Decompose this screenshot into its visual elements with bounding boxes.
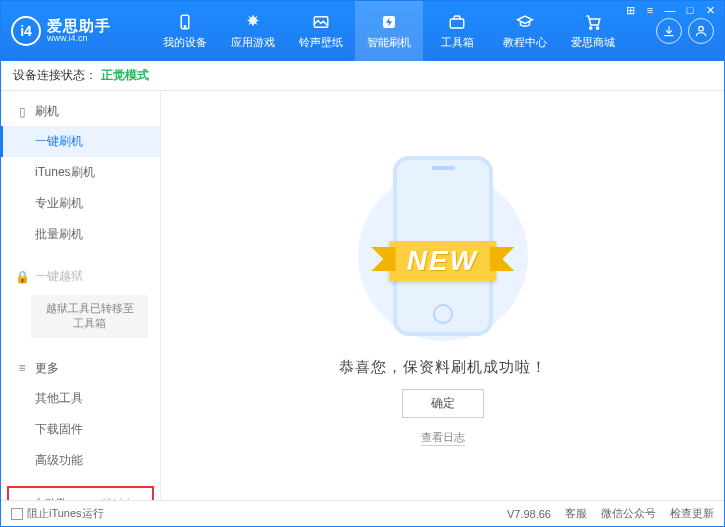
lock-icon: 🔒 — [15, 270, 29, 284]
user-button[interactable] — [688, 18, 714, 44]
image-icon — [311, 12, 331, 32]
success-message: 恭喜您，保资料刷机成功啦！ — [339, 358, 547, 377]
sidebar-item-batch-flash[interactable]: 批量刷机 — [1, 219, 160, 250]
footer: 阻止iTunes运行 V7.98.66 客服 微信公众号 检查更新 — [1, 500, 724, 526]
svg-point-7 — [699, 26, 704, 31]
svg-point-6 — [596, 27, 598, 29]
toolbox-icon — [447, 12, 467, 32]
status-label: 设备连接状态： — [13, 67, 97, 84]
jailbreak-moved-note: 越狱工具已转移至 工具箱 — [31, 295, 148, 338]
nav-apps-games[interactable]: 应用游戏 — [219, 1, 287, 61]
brand-url: www.i4.cn — [47, 34, 111, 44]
footer-link-support[interactable]: 客服 — [565, 506, 587, 521]
header: i4 爱思助手 www.i4.cn 我的设备 应用游戏 铃声壁纸 智能刷机 工具… — [1, 1, 724, 61]
logo-icon: i4 — [11, 16, 41, 46]
checkbox-block-itunes[interactable]: 阻止iTunes运行 — [11, 506, 104, 521]
sidebar-item-oneclick-flash[interactable]: 一键刷机 — [1, 126, 160, 157]
nav-my-device[interactable]: 我的设备 — [151, 1, 219, 61]
footer-link-wechat[interactable]: 微信公众号 — [601, 506, 656, 521]
nav-ringtones[interactable]: 铃声壁纸 — [287, 1, 355, 61]
flash-options: 自动激活 跳过向导 — [7, 486, 154, 500]
cart-icon — [583, 12, 603, 32]
svg-rect-4 — [450, 19, 464, 28]
brand-name: 爱思助手 — [47, 18, 111, 35]
pin-icon[interactable]: ⊞ — [623, 4, 637, 17]
sidebar-item-itunes-flash[interactable]: iTunes刷机 — [1, 157, 160, 188]
sidebar-item-advanced[interactable]: 高级功能 — [1, 445, 160, 476]
nav-store[interactable]: 爱思商城 — [559, 1, 627, 61]
sidebar: ▯刷机 一键刷机 iTunes刷机 专业刷机 批量刷机 🔒一键越狱 越狱工具已转… — [1, 91, 161, 500]
view-log-link[interactable]: 查看日志 — [421, 430, 465, 446]
download-button[interactable] — [656, 18, 682, 44]
logo: i4 爱思助手 www.i4.cn — [11, 16, 151, 46]
status-bar: 设备连接状态： 正觉模式 — [1, 61, 724, 91]
main-content: NEW 恭喜您，保资料刷机成功啦！ 确定 查看日志 — [161, 91, 724, 500]
version-label: V7.98.66 — [507, 508, 551, 520]
nav-tutorials[interactable]: 教程中心 — [491, 1, 559, 61]
footer-link-update[interactable]: 检查更新 — [670, 506, 714, 521]
device-icon — [175, 12, 195, 32]
sidebar-item-pro-flash[interactable]: 专业刷机 — [1, 188, 160, 219]
svg-point-5 — [590, 27, 592, 29]
status-mode: 正觉模式 — [101, 67, 149, 84]
sidebar-item-download-firmware[interactable]: 下载固件 — [1, 414, 160, 445]
nav-toolbox[interactable]: 工具箱 — [423, 1, 491, 61]
sidebar-group-flash[interactable]: ▯刷机 — [1, 97, 160, 126]
sidebar-group-jailbreak[interactable]: 🔒一键越狱 — [1, 262, 160, 291]
maximize-icon[interactable]: □ — [683, 4, 697, 17]
topnav: 我的设备 应用游戏 铃声壁纸 智能刷机 工具箱 教程中心 爱思商城 — [151, 1, 656, 61]
new-ribbon: NEW — [389, 241, 496, 281]
sidebar-group-more[interactable]: ≡更多 — [1, 354, 160, 383]
svg-point-1 — [184, 26, 186, 28]
success-illustration: NEW — [348, 146, 538, 346]
phone-icon: ▯ — [15, 105, 29, 119]
more-icon: ≡ — [15, 361, 29, 375]
apps-icon — [243, 12, 263, 32]
ok-button[interactable]: 确定 — [402, 389, 484, 418]
nav-smart-flash[interactable]: 智能刷机 — [355, 1, 423, 61]
flash-icon — [379, 12, 399, 32]
sidebar-item-other-tools[interactable]: 其他工具 — [1, 383, 160, 414]
minimize-icon[interactable]: — — [663, 4, 677, 17]
close-icon[interactable]: ✕ — [703, 4, 717, 17]
menu-icon[interactable]: ≡ — [643, 4, 657, 17]
education-icon — [515, 12, 535, 32]
